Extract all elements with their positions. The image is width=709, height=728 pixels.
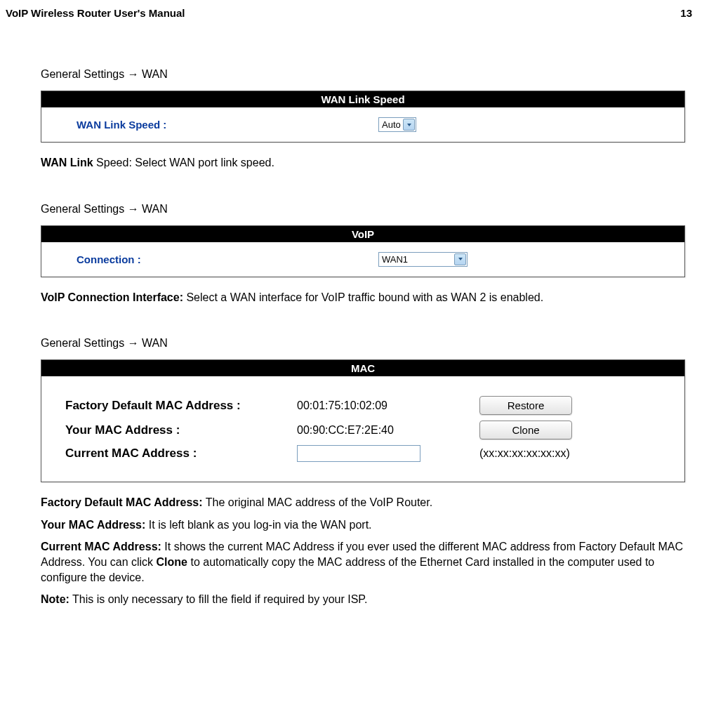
factory-mac-value: 00:01:75:10:02:09: [297, 399, 479, 412]
factory-mac-label: Factory Default MAC Address :: [65, 399, 297, 413]
your-mac-value: 00:90:CC:E7:2E:40: [297, 424, 479, 437]
desc-current-mac-clone: Clone: [157, 556, 187, 568]
desc-factory-mac: Factory Default MAC Address: The origina…: [41, 495, 685, 510]
panel-wan-link-speed: WAN Link Speed WAN Link Speed : Auto: [41, 91, 685, 143]
panel-title-wan-link: WAN Link Speed: [41, 91, 684, 107]
your-mac-label: Your MAC Address :: [65, 423, 297, 437]
wan-link-speed-select[interactable]: Auto: [378, 117, 416, 132]
desc-note: Note: This is only necessary to fill the…: [41, 592, 685, 607]
desc-voip-text: Select a WAN interface for VoIP traffic …: [183, 291, 543, 303]
mac-row-factory: Factory Default MAC Address : 00:01:75:1…: [65, 396, 684, 415]
clone-button[interactable]: Clone: [479, 421, 572, 439]
page-header: VoIP Wireless Router User's Manual 13: [6, 7, 692, 19]
chevron-down-icon: [454, 253, 466, 265]
desc-your-mac: Your MAC Address: It is left blank as yo…: [41, 517, 685, 533]
voip-connection-select[interactable]: WAN1: [378, 252, 468, 267]
page-content: General Settings → WAN WAN Link Speed WA…: [41, 68, 685, 607]
panel-title-mac: MAC: [41, 360, 684, 376]
wan-link-speed-value: Auto: [380, 119, 402, 130]
desc-current-mac-bold: Current MAC Address:: [41, 541, 161, 552]
panel-voip: VoIP Connection : WAN1: [41, 225, 685, 277]
desc-factory-mac-bold: Factory Default MAC Address:: [41, 496, 203, 508]
chevron-down-icon: [403, 119, 415, 131]
breadcrumb-mac: General Settings → WAN: [41, 337, 685, 350]
manual-title: VoIP Wireless Router User's Manual: [6, 7, 185, 19]
breadcrumb-wan-link: General Settings → WAN: [41, 68, 685, 81]
desc-voip: VoIP Connection Interface: Select a WAN …: [41, 290, 685, 305]
current-mac-hint: (xx:xx:xx:xx:xx:xx): [479, 447, 570, 460]
wan-link-speed-label: WAN Link Speed :: [77, 119, 378, 131]
desc-current-mac: Current MAC Address: It shows the curren…: [41, 539, 685, 585]
desc-factory-mac-text: The original MAC address of the VoIP Rou…: [203, 496, 433, 508]
voip-connection-label: Connection :: [77, 253, 378, 265]
current-mac-label: Current MAC Address :: [65, 446, 297, 461]
mac-row-your: Your MAC Address : 00:90:CC:E7:2E:40 Clo…: [65, 421, 684, 439]
desc-your-mac-text: It is left blank as you log-in via the W…: [145, 519, 371, 531]
desc-voip-bold: VoIP Connection Interface:: [41, 291, 183, 303]
restore-button[interactable]: Restore: [479, 396, 572, 415]
page-number: 13: [680, 7, 692, 19]
breadcrumb-voip: General Settings → WAN: [41, 203, 685, 216]
desc-your-mac-bold: Your MAC Address:: [41, 519, 145, 531]
desc-note-bold: Note:: [41, 593, 69, 605]
panel-mac: MAC Factory Default MAC Address : 00:01:…: [41, 359, 685, 482]
panel-title-voip: VoIP: [41, 226, 684, 242]
current-mac-input[interactable]: [297, 445, 420, 462]
desc-wan-link-text: Speed: Select WAN port link speed.: [93, 157, 274, 168]
desc-note-text: This is only necessary to fill the field…: [69, 593, 368, 605]
desc-wan-link: WAN Link Speed: Select WAN port link spe…: [41, 155, 685, 171]
mac-row-current: Current MAC Address : (xx:xx:xx:xx:xx:xx…: [65, 445, 684, 462]
desc-wan-link-bold: WAN Link: [41, 157, 93, 168]
voip-connection-value: WAN1: [380, 254, 409, 265]
